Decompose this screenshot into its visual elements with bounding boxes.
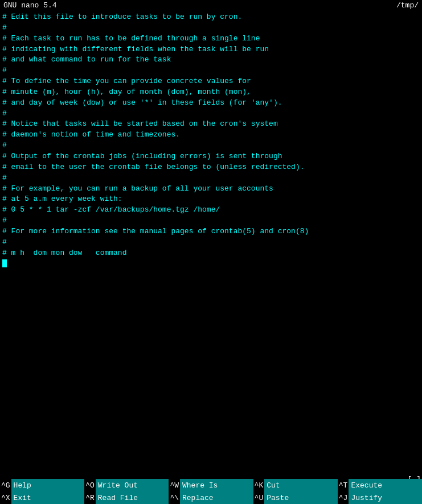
text-cursor: [2, 259, 7, 267]
shortcut-label: Cut: [264, 479, 338, 491]
editor-line: # indicating with different fields when …: [2, 44, 420, 55]
shortcut-key: ^R: [84, 494, 96, 502]
editor-line: # Notice that tasks will be started base…: [2, 119, 420, 130]
shortcut-label: Where Is: [180, 479, 253, 491]
shortcut-item[interactable]: ^RRead File: [84, 491, 169, 504]
editor-line: # For more information see the manual pa…: [2, 226, 420, 237]
shortcut-key: ^K: [253, 481, 265, 490]
shortcut-label: Write Out: [96, 479, 169, 491]
editor-line: # To define the time you can provide con…: [2, 76, 420, 87]
shortcut-item[interactable]: ^TExecute: [338, 479, 422, 491]
title-right: /tmp/: [396, 1, 419, 10]
editor-line: # Each task to run has to be defined thr…: [2, 34, 420, 44]
editor-line: # For example, you can run a backup of a…: [2, 184, 420, 195]
editor-line: #: [2, 216, 420, 226]
shortcut-item[interactable]: ^UPaste: [253, 491, 338, 504]
shortcut-item[interactable]: ^XExit: [0, 491, 84, 504]
editor-line: # 0 5 * * 1 tar -zcf /var/backups/home.t…: [2, 205, 420, 216]
shortcut-label: Paste: [264, 491, 338, 504]
shortcut-item[interactable]: ^JJustify: [338, 491, 422, 504]
editor-line: # email to the user the crontab file bel…: [2, 162, 420, 173]
editor-line: # Output of the crontab jobs (including …: [2, 151, 420, 162]
editor-line: # and day of week (dow) or use '*' in th…: [2, 98, 420, 109]
editor-line: [2, 258, 420, 269]
editor-line: # and what command to run for the task: [2, 55, 420, 65]
editor-line: #: [2, 237, 420, 248]
editor-area[interactable]: # Edit this file to introduce tasks to b…: [0, 11, 422, 477]
shortcut-label: Exit: [11, 491, 85, 504]
editor-line: # at 5 a.m every week with:: [2, 194, 420, 205]
editor-line: # m h dom mon dow command: [2, 248, 420, 259]
title-left: GNU nano 5.4: [3, 1, 57, 10]
shortcut-key: ^W: [169, 481, 180, 490]
shortcut-key: ^X: [0, 494, 11, 502]
shortcut-key: ^\: [169, 494, 180, 502]
editor-line: # daemon's notion of time and timezones.: [2, 130, 420, 141]
shortcut-key: ^G: [0, 481, 11, 490]
shortcut-key: ^U: [253, 494, 265, 502]
shortcut-item[interactable]: ^GHelp: [0, 479, 84, 491]
shortcut-label: Help: [11, 479, 85, 491]
editor-line: # minute (m), hour (h), day of month (do…: [2, 87, 420, 98]
shortcut-row-2: ^XExit^RRead File^\Replace^UPaste^JJusti…: [0, 491, 422, 504]
shortcut-key: ^J: [338, 494, 349, 502]
shortcut-label: Read File: [96, 491, 169, 504]
shortcut-label: Replace: [180, 491, 253, 504]
shortcut-item[interactable]: ^KCut: [253, 479, 338, 491]
editor-line: #: [2, 65, 420, 76]
editor-line: #: [2, 109, 420, 119]
editor-line: # Edit this file to introduce tasks to b…: [2, 12, 420, 23]
shortcut-label: Justify: [349, 491, 422, 504]
bottom-bar: ^GHelp^OWrite Out^WWhere Is^KCut^TExecut…: [0, 479, 422, 504]
editor-line: #: [2, 141, 420, 151]
shortcut-key: ^O: [84, 481, 96, 490]
editor-line: #: [2, 23, 420, 34]
shortcut-row-1: ^GHelp^OWrite Out^WWhere Is^KCut^TExecut…: [0, 479, 422, 491]
editor-line: #: [2, 173, 420, 184]
shortcut-item[interactable]: ^WWhere Is: [169, 479, 253, 491]
shortcut-item[interactable]: ^OWrite Out: [84, 479, 169, 491]
shortcut-key: ^T: [338, 481, 349, 490]
shortcut-item[interactable]: ^\Replace: [169, 491, 253, 504]
title-bar: GNU nano 5.4 /tmp/: [0, 0, 422, 11]
shortcut-label: Execute: [349, 479, 422, 491]
